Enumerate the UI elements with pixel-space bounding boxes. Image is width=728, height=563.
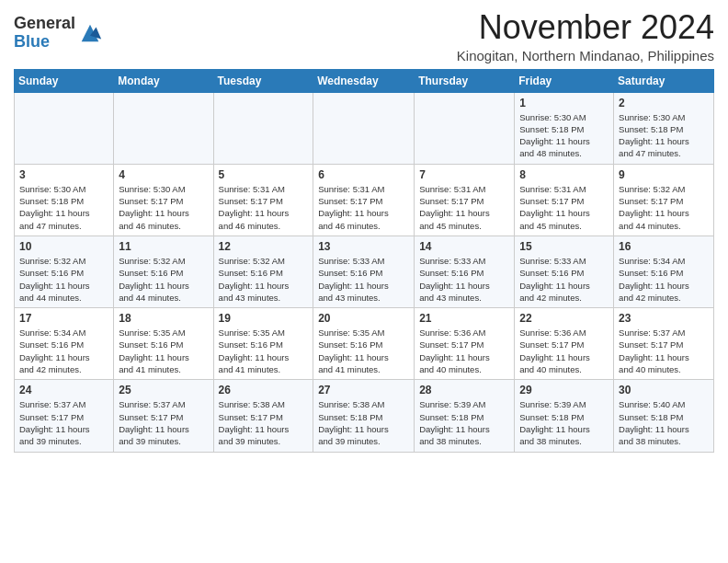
calendar-cell <box>313 92 415 164</box>
calendar-cell: 19Sunrise: 5:35 AM Sunset: 5:16 PM Dayli… <box>213 308 313 380</box>
column-header-tuesday: Tuesday <box>213 69 313 92</box>
column-header-monday: Monday <box>114 69 213 92</box>
calendar-cell: 5Sunrise: 5:31 AM Sunset: 5:17 PM Daylig… <box>213 164 313 236</box>
month-title: November 2024 <box>457 9 714 46</box>
day-info: Sunrise: 5:30 AM Sunset: 5:18 PM Dayligh… <box>519 111 609 160</box>
calendar-cell: 28Sunrise: 5:39 AM Sunset: 5:18 PM Dayli… <box>415 380 515 452</box>
calendar-cell <box>415 92 515 164</box>
calendar-week-row: 17Sunrise: 5:34 AM Sunset: 5:16 PM Dayli… <box>15 308 714 380</box>
day-number: 2 <box>619 97 709 109</box>
calendar-header-row: SundayMondayTuesdayWednesdayThursdayFrid… <box>15 69 714 92</box>
day-number: 4 <box>119 168 208 181</box>
logo: General Blue <box>14 15 103 52</box>
day-number: 20 <box>318 312 409 325</box>
logo-blue: Blue <box>14 32 50 51</box>
calendar-week-row: 3Sunrise: 5:30 AM Sunset: 5:18 PM Daylig… <box>15 164 714 236</box>
day-info: Sunrise: 5:37 AM Sunset: 5:17 PM Dayligh… <box>119 398 208 447</box>
day-number: 30 <box>619 384 709 396</box>
day-info: Sunrise: 5:34 AM Sunset: 5:16 PM Dayligh… <box>619 255 709 304</box>
calendar-cell: 12Sunrise: 5:32 AM Sunset: 5:16 PM Dayli… <box>213 236 313 307</box>
day-info: Sunrise: 5:30 AM Sunset: 5:18 PM Dayligh… <box>19 183 108 232</box>
day-number: 12 <box>219 240 309 253</box>
day-info: Sunrise: 5:35 AM Sunset: 5:16 PM Dayligh… <box>119 327 208 375</box>
calendar-cell: 4Sunrise: 5:30 AM Sunset: 5:17 PM Daylig… <box>114 164 213 236</box>
calendar-cell: 3Sunrise: 5:30 AM Sunset: 5:18 PM Daylig… <box>15 164 114 236</box>
calendar-table: SundayMondayTuesdayWednesdayThursdayFrid… <box>14 69 714 453</box>
calendar-cell: 30Sunrise: 5:40 AM Sunset: 5:18 PM Dayli… <box>614 380 714 452</box>
day-number: 18 <box>119 312 208 325</box>
day-number: 9 <box>619 168 709 181</box>
day-number: 15 <box>519 240 609 253</box>
calendar-cell: 1Sunrise: 5:30 AM Sunset: 5:18 PM Daylig… <box>515 92 614 164</box>
day-number: 25 <box>119 384 208 396</box>
day-info: Sunrise: 5:31 AM Sunset: 5:17 PM Dayligh… <box>519 183 609 232</box>
calendar-cell: 11Sunrise: 5:32 AM Sunset: 5:16 PM Dayli… <box>114 236 213 307</box>
column-header-sunday: Sunday <box>15 69 114 92</box>
calendar-cell: 10Sunrise: 5:32 AM Sunset: 5:16 PM Dayli… <box>15 236 114 307</box>
day-info: Sunrise: 5:38 AM Sunset: 5:18 PM Dayligh… <box>318 398 409 447</box>
day-number: 22 <box>519 312 609 325</box>
column-header-wednesday: Wednesday <box>313 69 415 92</box>
calendar-cell: 16Sunrise: 5:34 AM Sunset: 5:16 PM Dayli… <box>614 236 714 307</box>
day-info: Sunrise: 5:37 AM Sunset: 5:17 PM Dayligh… <box>19 398 108 447</box>
day-number: 1 <box>519 97 609 109</box>
day-number: 19 <box>219 312 309 325</box>
day-info: Sunrise: 5:34 AM Sunset: 5:16 PM Dayligh… <box>19 327 108 375</box>
calendar-cell: 29Sunrise: 5:39 AM Sunset: 5:18 PM Dayli… <box>515 380 614 452</box>
day-info: Sunrise: 5:39 AM Sunset: 5:18 PM Dayligh… <box>419 398 509 447</box>
calendar-cell: 26Sunrise: 5:38 AM Sunset: 5:17 PM Dayli… <box>213 380 313 452</box>
logo-general: General <box>14 14 75 32</box>
day-info: Sunrise: 5:33 AM Sunset: 5:16 PM Dayligh… <box>519 255 609 304</box>
day-number: 23 <box>619 312 709 325</box>
calendar-cell: 6Sunrise: 5:31 AM Sunset: 5:17 PM Daylig… <box>313 164 415 236</box>
day-info: Sunrise: 5:31 AM Sunset: 5:17 PM Dayligh… <box>219 183 309 232</box>
location: Kinogitan, Northern Mindanao, Philippine… <box>457 48 714 63</box>
day-info: Sunrise: 5:36 AM Sunset: 5:17 PM Dayligh… <box>419 327 509 375</box>
calendar-cell: 8Sunrise: 5:31 AM Sunset: 5:17 PM Daylig… <box>515 164 614 236</box>
day-number: 5 <box>219 168 309 181</box>
day-info: Sunrise: 5:39 AM Sunset: 5:18 PM Dayligh… <box>519 398 609 447</box>
calendar-cell: 14Sunrise: 5:33 AM Sunset: 5:16 PM Dayli… <box>415 236 515 307</box>
day-info: Sunrise: 5:40 AM Sunset: 5:18 PM Dayligh… <box>619 398 709 447</box>
logo-icon <box>77 20 103 46</box>
calendar-week-row: 1Sunrise: 5:30 AM Sunset: 5:18 PM Daylig… <box>15 92 714 164</box>
day-number: 10 <box>19 240 108 253</box>
calendar-cell: 22Sunrise: 5:36 AM Sunset: 5:17 PM Dayli… <box>515 308 614 380</box>
calendar-cell <box>15 92 114 164</box>
day-info: Sunrise: 5:30 AM Sunset: 5:17 PM Dayligh… <box>119 183 208 232</box>
day-number: 7 <box>419 168 509 181</box>
day-info: Sunrise: 5:32 AM Sunset: 5:17 PM Dayligh… <box>619 183 709 232</box>
day-info: Sunrise: 5:35 AM Sunset: 5:16 PM Dayligh… <box>219 327 309 375</box>
calendar-cell: 27Sunrise: 5:38 AM Sunset: 5:18 PM Dayli… <box>313 380 415 452</box>
calendar-week-row: 10Sunrise: 5:32 AM Sunset: 5:16 PM Dayli… <box>15 236 714 307</box>
day-info: Sunrise: 5:32 AM Sunset: 5:16 PM Dayligh… <box>219 255 309 304</box>
day-number: 24 <box>19 384 108 396</box>
day-number: 17 <box>19 312 108 325</box>
calendar-cell <box>213 92 313 164</box>
day-number: 21 <box>419 312 509 325</box>
day-info: Sunrise: 5:37 AM Sunset: 5:17 PM Dayligh… <box>619 327 709 375</box>
day-number: 27 <box>318 384 409 396</box>
day-number: 6 <box>318 168 409 181</box>
page-header: General Blue November 2024 Kinogitan, No… <box>14 9 714 63</box>
calendar-cell: 18Sunrise: 5:35 AM Sunset: 5:16 PM Dayli… <box>114 308 213 380</box>
day-info: Sunrise: 5:31 AM Sunset: 5:17 PM Dayligh… <box>419 183 509 232</box>
calendar-cell: 24Sunrise: 5:37 AM Sunset: 5:17 PM Dayli… <box>15 380 114 452</box>
calendar-cell: 25Sunrise: 5:37 AM Sunset: 5:17 PM Dayli… <box>114 380 213 452</box>
calendar-week-row: 24Sunrise: 5:37 AM Sunset: 5:17 PM Dayli… <box>15 380 714 452</box>
calendar-cell: 2Sunrise: 5:30 AM Sunset: 5:18 PM Daylig… <box>614 92 714 164</box>
column-header-saturday: Saturday <box>614 69 714 92</box>
column-header-thursday: Thursday <box>415 69 515 92</box>
calendar-cell: 21Sunrise: 5:36 AM Sunset: 5:17 PM Dayli… <box>415 308 515 380</box>
calendar-cell: 23Sunrise: 5:37 AM Sunset: 5:17 PM Dayli… <box>614 308 714 380</box>
day-info: Sunrise: 5:30 AM Sunset: 5:18 PM Dayligh… <box>619 111 709 160</box>
day-info: Sunrise: 5:33 AM Sunset: 5:16 PM Dayligh… <box>318 255 409 304</box>
day-number: 13 <box>318 240 409 253</box>
day-info: Sunrise: 5:31 AM Sunset: 5:17 PM Dayligh… <box>318 183 409 232</box>
day-number: 28 <box>419 384 509 396</box>
day-info: Sunrise: 5:32 AM Sunset: 5:16 PM Dayligh… <box>119 255 208 304</box>
day-number: 29 <box>519 384 609 396</box>
calendar-cell: 7Sunrise: 5:31 AM Sunset: 5:17 PM Daylig… <box>415 164 515 236</box>
day-info: Sunrise: 5:32 AM Sunset: 5:16 PM Dayligh… <box>19 255 108 304</box>
day-number: 11 <box>119 240 208 253</box>
